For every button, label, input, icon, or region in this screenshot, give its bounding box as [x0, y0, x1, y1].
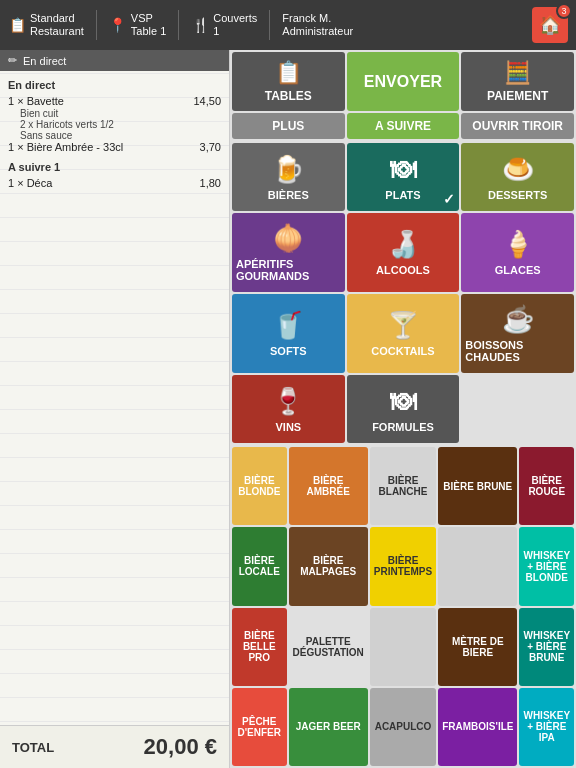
couverts-group: 🍴 Couverts 1 — [191, 12, 257, 38]
tables-button[interactable]: 📋 TABLES — [232, 52, 345, 111]
home-button[interactable]: 🏠 3 — [532, 7, 568, 43]
mode-label: Standard Restaurant — [30, 12, 84, 38]
item-biere-brune[interactable]: BIÈRE BRUNE — [438, 447, 517, 525]
item-framboise[interactable]: FRAMBOIS'ILE — [438, 688, 517, 766]
location-icon: 📍 — [109, 16, 127, 34]
bieres-icon: 🍺 — [272, 154, 304, 185]
item-metre[interactable]: MÈTRE DE BIERE — [438, 608, 517, 686]
cocktails-icon: 🍸 — [387, 310, 419, 341]
cat-desserts[interactable]: 🍮 DESSERTS — [461, 143, 574, 211]
main-layout: ✏ En direct En direct 1 × Bavette 14,50 … — [0, 50, 576, 768]
alcools-icon: 🍶 — [387, 229, 419, 260]
categories-grid: 🍺 BIÈRES 🍽 PLATS ✓ 🍮 DESSERTS 🧅 APÉRITIF… — [230, 141, 576, 445]
cat-glaces[interactable]: 🍦 GLACES — [461, 213, 574, 292]
formules-icon: 🍽 — [390, 386, 416, 417]
aperitifs-icon: 🧅 — [272, 223, 304, 254]
item-biere-printemps[interactable]: BIÈRE PRINTEMPS — [370, 527, 436, 605]
paiement-icon: 🧮 — [504, 60, 531, 86]
boissons-icon: ☕ — [502, 304, 534, 335]
cat-cocktails[interactable]: 🍸 COCKTAILS — [347, 294, 460, 373]
glaces-icon: 🍦 — [502, 229, 534, 260]
couverts-label: Couverts 1 — [213, 12, 257, 38]
ouvrir-button[interactable]: OUVRIR TIROIR — [461, 113, 574, 139]
total-bar: TOTAL 20,00 € — [0, 725, 229, 768]
vins-icon: 🍷 — [272, 386, 304, 417]
item-biere-rouge[interactable]: BIÈRE ROUGE — [519, 447, 574, 525]
mode-group: 📋 Standard Restaurant — [8, 12, 84, 38]
right-panel: 📋 TABLES ENVOYER 🧮 PAIEMENT PLUS A SUIVR… — [230, 50, 576, 768]
user-group: Franck M. Administrateur — [282, 12, 353, 38]
order-panel: ✏ En direct En direct 1 × Bavette 14,50 … — [0, 50, 230, 768]
cat-alcools[interactable]: 🍶 ALCOOLS — [347, 213, 460, 292]
softs-icon: 🥤 — [272, 310, 304, 341]
asuivre-button[interactable]: A SUIVRE — [347, 113, 460, 139]
order-header: ✏ En direct — [0, 50, 229, 71]
order-header-label: En direct — [23, 55, 66, 67]
item-whiskey-blonde[interactable]: WHISKEY + BIÈRE BLONDE — [519, 527, 574, 605]
location-group: 📍 VSP Table 1 — [109, 12, 166, 38]
item-jager[interactable]: JAGER BEER — [289, 688, 368, 766]
total-label: TOTAL — [12, 740, 54, 755]
plats-icon: 🍽 — [390, 154, 416, 185]
cat-aperitifs[interactable]: 🧅 APÉRITIFS GOURMANDS — [232, 213, 345, 292]
mode-icon: 📋 — [8, 16, 26, 34]
item-biere-malpages[interactable]: BIÈRE MALPAGES — [289, 527, 368, 605]
item-biere-blonde[interactable]: BIÈRE BLONDE — [232, 447, 287, 525]
order-sub: 2 x Haricots verts 1/2 — [8, 119, 221, 130]
order-sub: Bien cuit — [8, 108, 221, 119]
couverts-icon: 🍴 — [191, 16, 209, 34]
action-row: 📋 TABLES ENVOYER 🧮 PAIEMENT PLUS A SUIVR… — [230, 50, 576, 141]
cat-bieres[interactable]: 🍺 BIÈRES — [232, 143, 345, 211]
sep1 — [96, 10, 97, 40]
user-label: Franck M. Administrateur — [282, 12, 353, 38]
desserts-icon: 🍮 — [502, 154, 534, 185]
items-grid: BIÈRE BLONDE BIÈRE AMBRÉE BIÈRE BLANCHE … — [230, 445, 576, 768]
order-item: 1 × Bière Ambrée - 33cl 3,70 — [8, 141, 221, 153]
cat-empty — [461, 375, 574, 443]
section-asuivre: A suivre 1 — [8, 161, 221, 173]
plats-check: ✓ — [443, 191, 455, 207]
paiement-button[interactable]: 🧮 PAIEMENT — [461, 52, 574, 111]
item-empty-1 — [438, 527, 517, 605]
order-content: En direct 1 × Bavette 14,50 Bien cuit 2 … — [0, 71, 229, 725]
item-palette[interactable]: PALETTE DÉGUSTATION — [289, 608, 368, 686]
total-amount: 20,00 € — [144, 734, 217, 760]
location-label: VSP Table 1 — [131, 12, 166, 38]
cat-boissons[interactable]: ☕ BOISSONS CHAUDES — [461, 294, 574, 373]
section-en-direct: En direct — [8, 79, 221, 91]
order-item: 1 × Bavette 14,50 — [8, 95, 221, 107]
cat-plats[interactable]: 🍽 PLATS ✓ — [347, 143, 460, 211]
item-biere-ambree[interactable]: BIÈRE AMBRÉE — [289, 447, 368, 525]
item-biere-locale[interactable]: BIÈRE LOCALE — [232, 527, 287, 605]
sep3 — [269, 10, 270, 40]
item-empty-2 — [370, 608, 436, 686]
cat-vins[interactable]: 🍷 VINS — [232, 375, 345, 443]
item-biere-blanche[interactable]: BIÈRE BLANCHE — [370, 447, 436, 525]
order-sub: Sans sauce — [8, 130, 221, 141]
cat-softs[interactable]: 🥤 SOFTS — [232, 294, 345, 373]
header: 📋 Standard Restaurant 📍 VSP Table 1 🍴 Co… — [0, 0, 576, 50]
home-badge: 3 — [556, 3, 572, 19]
item-whiskey-brune[interactable]: WHISKEY + BIÈRE BRUNE — [519, 608, 574, 686]
envoyer-button[interactable]: ENVOYER — [347, 52, 460, 111]
sep2 — [178, 10, 179, 40]
tables-icon: 📋 — [275, 60, 302, 86]
item-peche[interactable]: PÊCHE D'ENFER — [232, 688, 287, 766]
item-biere-belle[interactable]: BIÈRE BELLE PRO — [232, 608, 287, 686]
cat-formules[interactable]: 🍽 FORMULES — [347, 375, 460, 443]
edit-icon: ✏ — [8, 54, 17, 67]
item-acapulco[interactable]: ACAPULCO — [370, 688, 436, 766]
plus-button[interactable]: PLUS — [232, 113, 345, 139]
item-whiskey-ipa[interactable]: WHISKEY + BIÈRE IPA — [519, 688, 574, 766]
order-item: 1 × Déca 1,80 — [8, 177, 221, 189]
